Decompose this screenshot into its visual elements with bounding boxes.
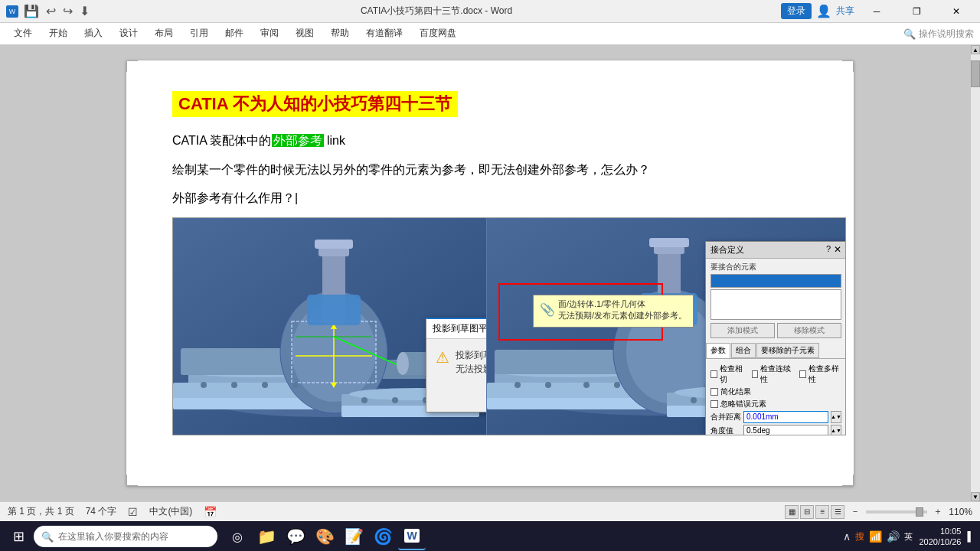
tab-baidu[interactable]: 百度网盘 — [412, 24, 464, 44]
login-button[interactable]: 登录 — [781, 3, 812, 19]
svg-point-25 — [262, 382, 268, 388]
paint-icon: 🎨 — [315, 527, 335, 546]
close-button[interactable]: ✕ — [939, 0, 974, 23]
zoom-in-icon[interactable]: ＋ — [933, 505, 942, 518]
doc-area: CATIA 不为人知的小技巧第四十三节 CATIA 装配体中的外部参考 link… — [0, 45, 980, 501]
taskbar-paint[interactable]: 🎨 — [311, 523, 338, 550]
svg-point-52 — [514, 382, 521, 388]
joint-remove-mode[interactable]: 移除模式 — [777, 323, 841, 338]
taskbar-search[interactable]: 🔍 在这里输入你要搜索的内容 — [34, 526, 217, 547]
scroll-up[interactable]: ▲ — [971, 45, 980, 54]
view-draft[interactable]: ☰ — [831, 505, 844, 519]
network-icon[interactable]: 📶 — [869, 530, 882, 543]
zoom-thumb[interactable] — [916, 507, 923, 517]
zoom-out-icon[interactable]: － — [851, 505, 860, 518]
svg-rect-39 — [487, 398, 655, 409]
joint-tab-combine[interactable]: 组合 — [731, 343, 756, 358]
window-title: CATIA小技巧第四十三节.docx - Word — [361, 5, 512, 18]
system-clock[interactable]: 10:05 2020/10/26 — [919, 526, 961, 548]
taskbar-explorer[interactable]: 📁 — [253, 523, 280, 550]
tab-start[interactable]: 开始 — [41, 24, 75, 44]
checkbox-ignore[interactable] — [710, 400, 718, 408]
taskbar-wechat[interactable]: 💬 — [282, 523, 309, 550]
joint-angle-value: 角度值 0.5deg ▲▼ — [710, 425, 841, 435]
taskbar-cortana[interactable]: ◎ — [224, 523, 251, 550]
joint-input-selected[interactable] — [710, 274, 841, 288]
joint-params-section: 检查相切 检查连续性 检查多样性 简化结果 忽略错误元素 — [706, 360, 846, 435]
checkbox-continuity[interactable] — [752, 370, 759, 378]
tooltip-box: 📎 面/边转体.1/零件几何体 无法预期/发布元素创建外部参考。 — [533, 295, 694, 328]
tab-insert[interactable]: 插入 — [77, 24, 110, 44]
joint-add-mode[interactable]: 添加模式 — [710, 323, 775, 338]
joint-close-button[interactable]: ✕ — [834, 244, 841, 255]
titlebar-left: W 💾 ↩ ↪ ⬇ — [6, 4, 92, 18]
angle-value[interactable]: 0.5deg — [743, 425, 828, 435]
search-placeholder[interactable]: 操作说明搜索 — [919, 28, 974, 41]
tab-youdao[interactable]: 有道翻译 — [358, 24, 410, 44]
status-right: ▦ ⊟ ≡ ☰ － ＋ 110% — [785, 505, 972, 519]
start-button[interactable]: ⊞ — [6, 524, 31, 549]
angle-spinner[interactable]: ▲▼ — [831, 425, 841, 435]
minimize-button[interactable]: ─ — [859, 0, 894, 23]
tab-mail[interactable]: 邮件 — [217, 24, 251, 44]
joint-merge-distance: 合并距离 0.001mm ▲▼ — [710, 411, 841, 423]
taskbar-notepad[interactable]: 📝 — [340, 523, 368, 550]
tab-help[interactable]: 帮助 — [323, 24, 357, 44]
svg-point-24 — [231, 382, 237, 388]
view-print[interactable]: ▦ — [785, 505, 799, 519]
joint-tab-remove[interactable]: 要移除的子元素 — [756, 343, 819, 358]
undo-quick[interactable]: ↩ — [44, 4, 58, 18]
redo-quick[interactable]: ↪ — [60, 4, 75, 18]
restore-button[interactable]: ❐ — [899, 0, 934, 23]
word-icon: W — [6, 5, 18, 18]
status-lang: 中文(中国) — [149, 505, 192, 518]
corner-tr — [842, 60, 854, 72]
line1-prefix: CATIA 装配体中的 — [172, 134, 272, 147]
tab-reference[interactable]: 引用 — [182, 24, 216, 44]
spell-check-icon[interactable]: ☑ — [128, 506, 138, 518]
tray-up-arrow[interactable]: ∧ — [843, 530, 851, 543]
joint-tab-params[interactable]: 参数 — [706, 343, 730, 358]
cursor: | — [295, 191, 298, 204]
taskbar-softapp[interactable]: 🌀 — [369, 523, 397, 550]
tab-view[interactable]: 视图 — [288, 24, 322, 44]
check-tangent-label: 检查相切 — [720, 364, 746, 385]
corner-bl — [126, 474, 138, 486]
zoom-slider[interactable] — [866, 510, 927, 514]
volume-icon[interactable]: 🔊 — [887, 530, 900, 543]
save-quick[interactable]: 💾 — [21, 4, 41, 18]
tooltip-line1: 面/边转体.1/零件几何体 — [558, 298, 687, 310]
ribbon: 文件 开始 插入 设计 布局 引用 邮件 审阅 视图 帮助 有道翻译 百度网盘 … — [0, 23, 980, 45]
tab-file[interactable]: 文件 — [6, 24, 40, 44]
ribbon-tabs: 文件 开始 插入 设计 布局 引用 邮件 审阅 视图 帮助 有道翻译 百度网盘 … — [0, 23, 980, 44]
merge-dist-spinner[interactable]: ▲▼ — [831, 411, 841, 423]
merge-dist-value[interactable]: 0.001mm — [743, 411, 828, 423]
taskbar-word[interactable]: W — [398, 523, 426, 550]
svg-point-27 — [361, 397, 368, 403]
svg-point-54 — [583, 382, 590, 388]
line3-text: 外部参考有什么作用？ — [172, 191, 295, 204]
dropdown-quick[interactable]: ⬇ — [77, 4, 92, 18]
clock-time: 10:05 — [919, 526, 961, 536]
tab-layout[interactable]: 布局 — [147, 24, 181, 44]
tab-design[interactable]: 设计 — [112, 24, 145, 44]
tab-review[interactable]: 审阅 — [253, 24, 286, 44]
doc-line3: 外部参考有什么作用？| — [172, 188, 808, 208]
svg-point-53 — [545, 382, 551, 388]
sougou-icon[interactable]: 搜 — [855, 530, 864, 543]
doc-image: 投影到草图平面上 ✕ ⚠ 投影到草图平面失败： 无法投影选定元素 确定 — [172, 217, 846, 435]
check-simplify-label: 简化结果 — [720, 386, 751, 397]
show-desktop[interactable]: ▌ — [967, 531, 974, 542]
checkbox-multi[interactable] — [799, 370, 806, 378]
search-icon: 🔍 — [903, 28, 916, 40]
status-calendar-icon: 📅 — [204, 506, 217, 518]
joint-help-button[interactable]: ? — [826, 244, 831, 255]
share-button[interactable]: 共享 — [836, 5, 854, 18]
scroll-thumb[interactable] — [971, 60, 980, 87]
checkbox-tangent[interactable] — [710, 370, 717, 378]
checkbox-simplify[interactable] — [710, 388, 718, 396]
ime-icon[interactable]: 英 — [904, 531, 913, 543]
view-web[interactable]: ⊟ — [800, 505, 814, 519]
scroll-down[interactable]: ▼ — [971, 492, 980, 501]
view-outline[interactable]: ≡ — [815, 505, 829, 519]
